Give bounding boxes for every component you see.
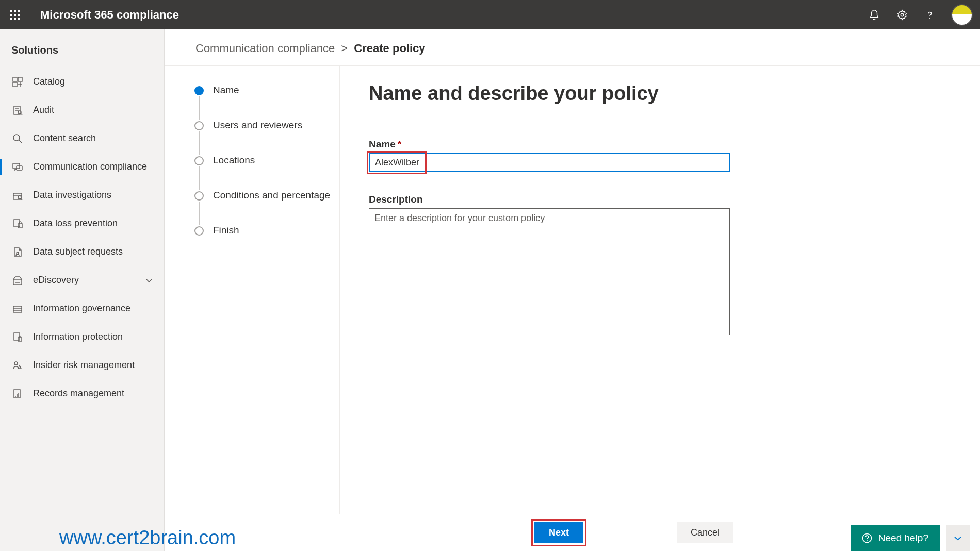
- svg-rect-8: [18, 18, 20, 20]
- svg-point-9: [901, 13, 904, 16]
- cancel-button[interactable]: Cancel: [677, 522, 733, 543]
- breadcrumb-separator: >: [341, 42, 348, 55]
- step-marker-icon: [194, 156, 204, 165]
- nav-ediscovery[interactable]: eDiscovery: [0, 266, 164, 294]
- main-content: Communication compliance > Create policy…: [165, 29, 980, 551]
- svg-rect-7: [14, 18, 16, 20]
- insider-risk-icon: [11, 359, 24, 372]
- step-conditions[interactable]: Conditions and percentage: [194, 189, 339, 224]
- nav-information-protection[interactable]: Information protection: [0, 323, 164, 351]
- investigations-icon: [11, 189, 24, 202]
- highlight-annotation: Next: [531, 519, 586, 546]
- svg-point-45: [867, 540, 868, 541]
- nav-label: Data loss prevention: [33, 218, 118, 229]
- protection-icon: [11, 331, 24, 343]
- svg-rect-5: [18, 14, 20, 16]
- nav-data-subject-requests[interactable]: Data subject requests: [0, 238, 164, 266]
- governance-icon: [11, 303, 24, 315]
- step-users-reviewers[interactable]: Users and reviewers: [194, 119, 339, 154]
- help-icon[interactable]: [923, 8, 937, 22]
- nav-label: eDiscovery: [33, 275, 79, 286]
- dlp-icon: [11, 218, 24, 230]
- nav-content-search[interactable]: Content search: [0, 124, 164, 153]
- svg-rect-2: [18, 10, 20, 12]
- step-marker-icon: [194, 226, 204, 236]
- svg-rect-6: [10, 18, 12, 20]
- svg-line-20: [21, 113, 22, 115]
- breadcrumb-current: Create policy: [354, 42, 425, 55]
- nav-label: Audit: [33, 105, 54, 115]
- user-avatar[interactable]: [951, 4, 973, 26]
- chevron-down-icon: [145, 277, 153, 284]
- description-label: Description: [369, 194, 965, 205]
- step-label: Name: [213, 84, 239, 96]
- nav-data-loss-prevention[interactable]: Data loss prevention: [0, 209, 164, 238]
- records-icon: [11, 388, 24, 400]
- need-help-label: Need help?: [878, 532, 928, 544]
- svg-point-10: [929, 18, 930, 19]
- nav-label: Data subject requests: [33, 246, 123, 257]
- step-marker-icon: [194, 86, 204, 95]
- svg-rect-11: [13, 77, 17, 81]
- catalog-icon: [11, 76, 24, 88]
- step-locations[interactable]: Locations: [194, 154, 339, 189]
- expand-chevron-button[interactable]: [946, 525, 970, 551]
- nav-label: Content search: [33, 133, 96, 144]
- page-title: Name and describe your policy: [369, 82, 965, 105]
- nav-label: Catalog: [33, 76, 65, 87]
- svg-rect-34: [13, 306, 22, 312]
- step-label: Finish: [213, 224, 239, 236]
- svg-rect-4: [14, 14, 16, 16]
- sidebar: Solutions Catalog Audit Content search C…: [0, 29, 165, 551]
- step-name[interactable]: Name: [194, 84, 339, 119]
- wizard-footer: Next Cancel Need help?: [329, 514, 980, 551]
- top-header: Microsoft 365 compliance: [0, 0, 980, 29]
- step-finish[interactable]: Finish: [194, 224, 339, 240]
- need-help-button[interactable]: Need help?: [851, 525, 940, 551]
- svg-rect-0: [10, 10, 12, 12]
- next-button[interactable]: Next: [534, 522, 583, 543]
- form: Name and describe your policy Name* Desc…: [340, 66, 980, 551]
- breadcrumb-parent[interactable]: Communication compliance: [195, 42, 335, 55]
- nav-communication-compliance[interactable]: Communication compliance: [0, 153, 164, 181]
- svg-point-21: [13, 135, 20, 141]
- nav-label: Insider risk management: [33, 360, 135, 371]
- wizard-steps: Name Users and reviewers Locations Condi…: [165, 66, 340, 551]
- notifications-icon[interactable]: [868, 8, 881, 22]
- app-launcher-icon[interactable]: [5, 5, 25, 25]
- nav-label: Data investigations: [33, 190, 111, 201]
- step-label: Conditions and percentage: [213, 189, 330, 201]
- communication-icon: [11, 161, 24, 173]
- svg-rect-1: [14, 10, 16, 12]
- required-marker: *: [398, 139, 401, 149]
- policy-name-input[interactable]: [369, 153, 730, 172]
- nav-insider-risk[interactable]: Insider risk management: [0, 351, 164, 379]
- settings-icon[interactable]: [895, 8, 909, 22]
- nav-catalog[interactable]: Catalog: [0, 68, 164, 96]
- svg-rect-30: [18, 224, 22, 228]
- app-title: Microsoft 365 compliance: [40, 8, 868, 22]
- nav-label: Communication compliance: [33, 161, 147, 172]
- audit-icon: [11, 104, 24, 116]
- nav-audit[interactable]: Audit: [0, 96, 164, 124]
- search-icon: [11, 132, 24, 145]
- ediscovery-icon: [11, 274, 24, 287]
- dsr-icon: [11, 246, 24, 258]
- svg-line-22: [19, 140, 22, 143]
- breadcrumb: Communication compliance > Create policy: [165, 29, 980, 66]
- help-circle-icon: [862, 533, 872, 543]
- nav-label: Information protection: [33, 331, 123, 342]
- nav-label: Records management: [33, 388, 124, 399]
- svg-rect-13: [13, 82, 17, 87]
- step-label: Users and reviewers: [213, 119, 302, 131]
- nav-records-management[interactable]: Records management: [0, 379, 164, 408]
- step-label: Locations: [213, 154, 255, 166]
- nav-data-investigations[interactable]: Data investigations: [0, 181, 164, 209]
- svg-rect-12: [18, 77, 22, 81]
- step-marker-icon: [194, 121, 204, 130]
- sidebar-heading: Solutions: [0, 37, 164, 68]
- policy-description-input[interactable]: [369, 208, 730, 335]
- nav-label: Information governance: [33, 303, 130, 314]
- nav-information-governance[interactable]: Information governance: [0, 294, 164, 323]
- svg-rect-32: [13, 279, 22, 285]
